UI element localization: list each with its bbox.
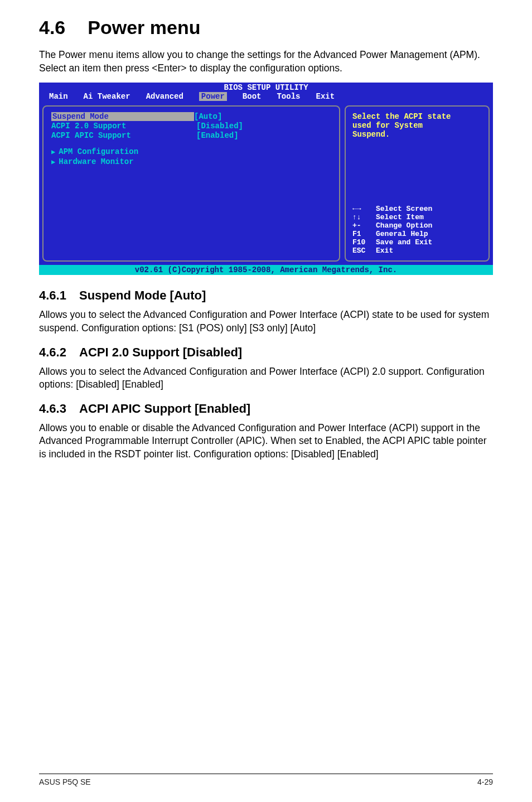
subsection-number: 4.6.1 [39, 288, 79, 303]
kh-key: ↑↓ [352, 213, 376, 221]
bios-help-text: Select the ACPI state used for System Su… [352, 112, 482, 139]
footer-right: 4-29 [477, 777, 493, 786]
kh-key: ←→ [352, 205, 376, 213]
bios-footer: v02.61 (C)Copyright 1985-2008, American … [39, 265, 493, 275]
subsection-number: 4.6.3 [39, 402, 79, 416]
bios-opt-label: Suspend Mode [51, 112, 194, 121]
bios-left-panel: Suspend Mode [Auto] ACPI 2.0 Support [Di… [42, 105, 340, 262]
bios-title: BIOS SETUP UTILITY [39, 83, 493, 92]
subsection-title: Suspend Mode [Auto] [79, 288, 206, 302]
bios-opt-value: [Disabled] [196, 122, 243, 131]
kh-desc: Select Screen [376, 205, 432, 213]
bios-tab-tools[interactable]: Tools [277, 92, 300, 101]
subsection-title: ACPI APIC Support [Enabled] [79, 402, 250, 416]
bios-tab-exit[interactable]: Exit [316, 92, 335, 101]
bios-tab-advanced[interactable]: Advanced [146, 92, 183, 101]
bios-submenu-apm[interactable]: ▶ APM Configuration [51, 147, 331, 156]
subsection-body: Allows you to select the Advanced Config… [39, 308, 493, 335]
section-heading: 4.6Power menu [39, 17, 493, 38]
bios-tab-ai-tweaker[interactable]: Ai Tweaker [84, 92, 130, 101]
subsection-body: Allows you to enable or disable the Adva… [39, 422, 493, 461]
section-title-text: Power menu [88, 17, 200, 38]
kh-desc: Select Item [376, 213, 424, 221]
bios-submenu-hardware-monitor[interactable]: ▶ Hardware Monitor [51, 157, 331, 166]
kh-key: F1 [352, 230, 376, 238]
kh-desc: Change Option [376, 221, 432, 230]
bios-key-help: ←→Select Screen ↑↓Select Item +-Change O… [352, 205, 482, 255]
section-number: 4.6 [39, 17, 65, 38]
bios-opt-label: ACPI 2.0 Support [51, 122, 196, 131]
kh-desc: Exit [376, 247, 393, 255]
kh-key: F10 [352, 238, 376, 247]
submenu-arrow-icon: ▶ [51, 158, 55, 166]
subsection-heading: 4.6.2ACPI 2.0 Support [Disabled] [39, 345, 493, 360]
page-footer: ASUS P5Q SE 4-29 [39, 774, 493, 786]
bios-opt-value: [Enabled] [196, 131, 239, 140]
bios-opt-value: [Auto] [194, 112, 222, 121]
kh-key: ESC [352, 247, 376, 255]
bios-submenu-label: APM Configuration [59, 147, 138, 156]
bios-help-line: used for System [352, 121, 482, 130]
subsection-heading: 4.6.1Suspend Mode [Auto] [39, 288, 493, 303]
footer-left: ASUS P5Q SE [39, 777, 91, 786]
bios-tab-boot[interactable]: Boot [243, 92, 262, 101]
subsection-body: Allows you to select the Advanced Config… [39, 365, 493, 392]
bios-tab-main[interactable]: Main [49, 92, 68, 101]
bios-submenu-label: Hardware Monitor [59, 157, 133, 166]
bios-body: Suspend Mode [Auto] ACPI 2.0 Support [Di… [39, 102, 493, 265]
bios-tab-power[interactable]: Power [199, 92, 227, 101]
bios-option-acpi-20[interactable]: ACPI 2.0 Support [Disabled] [51, 122, 331, 131]
subsection-number: 4.6.2 [39, 345, 79, 360]
bios-right-panel: Select the ACPI state used for System Su… [345, 105, 490, 262]
kh-desc: General Help [376, 230, 428, 238]
bios-screenshot: BIOS SETUP UTILITY Main Ai Tweaker Advan… [39, 83, 493, 275]
bios-help-line: Suspend. [352, 130, 482, 139]
bios-opt-label: ACPI APIC Support [51, 131, 196, 140]
submenu-arrow-icon: ▶ [51, 148, 55, 156]
bios-help-line: Select the ACPI state [352, 112, 482, 121]
bios-option-acpi-apic[interactable]: ACPI APIC Support [Enabled] [51, 131, 331, 140]
subsection-heading: 4.6.3ACPI APIC Support [Enabled] [39, 402, 493, 416]
kh-key: +- [352, 221, 376, 230]
bios-option-suspend-mode[interactable]: Suspend Mode [Auto] [51, 112, 331, 121]
bios-menubar: Main Ai Tweaker Advanced Power Boot Tool… [39, 92, 493, 102]
subsection-title: ACPI 2.0 Support [Disabled] [79, 345, 242, 359]
section-intro: The Power menu items allow you to change… [39, 49, 493, 75]
kh-desc: Save and Exit [376, 238, 432, 247]
